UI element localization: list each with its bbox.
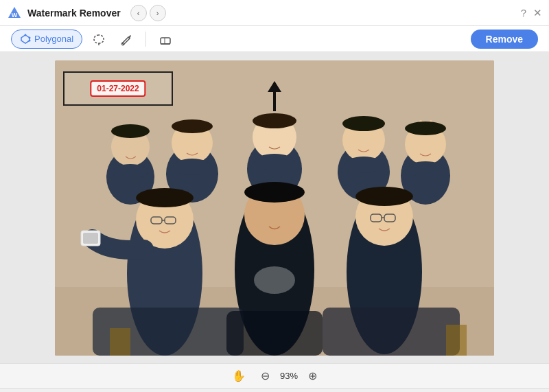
forward-button[interactable]: › (150, 5, 166, 21)
polygonal-icon (20, 34, 31, 45)
bottom-bar: New Image Crop & Save Save (0, 388, 549, 392)
svg-point-50 (111, 124, 150, 138)
svg-rect-57 (323, 308, 460, 356)
svg-point-24 (113, 164, 148, 179)
svg-point-49 (342, 116, 385, 131)
arrow-shaft (273, 92, 276, 111)
svg-point-52 (136, 188, 194, 207)
svg-point-21 (344, 157, 383, 173)
svg-rect-58 (110, 328, 130, 356)
polygonal-tool-button[interactable]: Polygonal (11, 30, 82, 49)
help-button[interactable]: ? (521, 7, 526, 19)
zoom-out-icon[interactable]: ⊖ (261, 369, 270, 382)
svg-text:W: W (12, 12, 18, 19)
svg-rect-8 (161, 38, 170, 44)
svg-point-3 (25, 34, 27, 36)
eraser-icon (159, 32, 172, 46)
app-logo-icon: W (7, 5, 22, 21)
svg-point-37 (254, 266, 295, 294)
svg-rect-59 (446, 325, 467, 356)
zoom-bar: ✋ ⊖ 93% ⊕ (0, 363, 549, 388)
svg-point-15 (173, 159, 211, 175)
svg-point-48 (253, 113, 296, 128)
hand-tool-icon[interactable]: ✋ (232, 369, 246, 382)
svg-point-51 (405, 122, 446, 135)
nav-buttons: ‹ › (130, 5, 166, 21)
svg-point-54 (355, 187, 413, 206)
lasso-icon (92, 32, 106, 46)
main-canvas-area: 01-27-2022 (0, 52, 549, 363)
svg-rect-56 (226, 311, 323, 356)
svg-point-47 (172, 119, 213, 133)
svg-point-4 (29, 36, 31, 38)
toolbar-divider (145, 32, 146, 47)
title-left: W Watermark Remover ‹ › (7, 5, 166, 21)
window-controls: ? ✕ (521, 7, 542, 19)
zoom-level: 93% (277, 371, 301, 381)
eraser-tool-button[interactable] (154, 28, 176, 50)
svg-point-18 (254, 154, 295, 170)
brush-icon (119, 32, 133, 46)
close-button[interactable]: ✕ (533, 7, 542, 19)
svg-point-27 (407, 161, 444, 176)
remove-button[interactable]: Remove (471, 30, 538, 49)
lasso-tool-button[interactable] (88, 28, 110, 50)
title-bar: W Watermark Remover ‹ › ? ✕ (0, 0, 549, 26)
svg-marker-2 (21, 35, 30, 43)
arrow-head (268, 81, 281, 92)
toolbar: Polygonal Remove (0, 26, 549, 52)
brush-tool-button[interactable] (115, 28, 137, 50)
app-title: Watermark Remover (27, 8, 121, 19)
zoom-in-icon[interactable]: ⊕ (308, 369, 317, 382)
svg-point-5 (29, 39, 31, 41)
svg-point-53 (244, 182, 305, 203)
back-button[interactable]: ‹ (130, 5, 147, 21)
polygonal-label: Polygonal (34, 34, 73, 44)
svg-rect-34 (83, 233, 98, 244)
arrow-indicator (268, 81, 281, 111)
